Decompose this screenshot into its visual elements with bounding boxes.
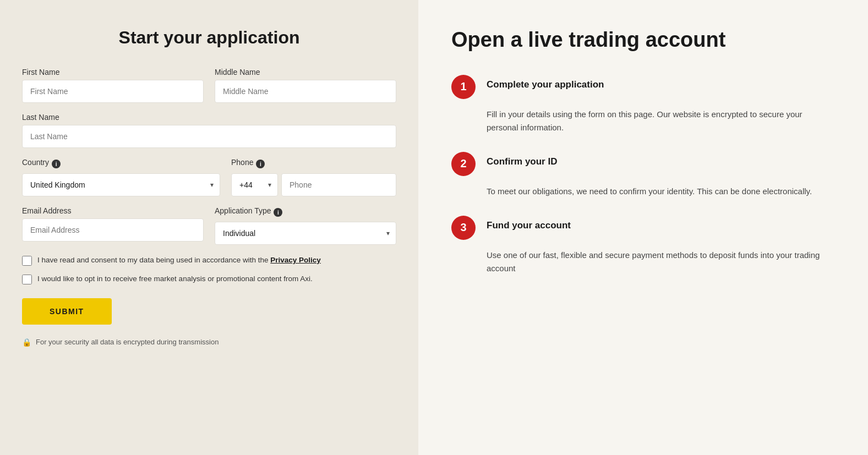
left-panel: Start your application First Name Middle… bbox=[0, 0, 418, 455]
app-type-group: Application Type i Individual Joint Corp… bbox=[215, 206, 396, 245]
last-name-row: Last Name bbox=[22, 113, 396, 148]
email-group: Email Address bbox=[22, 206, 204, 245]
optin-checkbox-item: I would like to opt in to receive free m… bbox=[22, 273, 396, 284]
privacy-policy-link[interactable]: Privacy Policy bbox=[270, 256, 321, 264]
optin-label: I would like to opt in to receive free m… bbox=[37, 273, 313, 284]
step-2-item: 2 Confirm your ID bbox=[451, 152, 835, 176]
phone-input[interactable] bbox=[281, 173, 396, 196]
name-row: First Name Middle Name bbox=[22, 68, 396, 103]
phone-label-row: Phone i bbox=[231, 158, 396, 170]
phone-inner: +44 +1 +61 +49 +33 ▾ bbox=[231, 173, 396, 196]
consent-checkbox-item: I have read and consent to my data being… bbox=[22, 255, 396, 266]
first-name-label: First Name bbox=[22, 68, 204, 76]
step-1-title: Complete your application bbox=[487, 75, 835, 90]
middle-name-input[interactable] bbox=[215, 80, 396, 103]
phone-code-wrapper: +44 +1 +61 +49 +33 ▾ bbox=[231, 173, 278, 196]
step-3-badge: 3 bbox=[451, 216, 476, 240]
middle-name-label: Middle Name bbox=[215, 68, 396, 76]
step-1-badge: 1 bbox=[451, 75, 476, 99]
first-name-group: First Name bbox=[22, 68, 204, 103]
country-label-row: Country i bbox=[22, 158, 220, 170]
right-panel: Open a live trading account 1 Complete y… bbox=[418, 0, 868, 455]
phone-group: Phone i +44 +1 +61 +49 +33 ▾ bbox=[231, 158, 396, 196]
security-text: For your security all data is encrypted … bbox=[36, 338, 219, 346]
email-apptype-row: Email Address Application Type i Individ… bbox=[22, 206, 396, 245]
country-group: Country i United Kingdom United States A… bbox=[22, 158, 220, 196]
right-panel-title: Open a live trading account bbox=[451, 28, 835, 53]
step-3-desc: Use one of our fast, flexible and secure… bbox=[451, 249, 835, 275]
last-name-group: Last Name bbox=[22, 113, 396, 148]
consent-checkbox[interactable] bbox=[22, 256, 32, 266]
country-label: Country bbox=[22, 158, 49, 167]
step-2-desc: To meet our obligations, we need to conf… bbox=[451, 185, 835, 198]
app-type-select-wrapper: Individual Joint Corporate ▾ bbox=[215, 222, 396, 245]
step-3-title: Fund your account bbox=[487, 216, 835, 231]
phone-label: Phone bbox=[231, 158, 253, 167]
first-name-input[interactable] bbox=[22, 80, 204, 103]
step-1-item: 1 Complete your application bbox=[451, 75, 835, 99]
app-type-label: Application Type bbox=[215, 206, 271, 215]
form-title: Start your application bbox=[22, 28, 396, 48]
country-select-wrapper: United Kingdom United States Australia C… bbox=[22, 173, 220, 196]
phone-code-select[interactable]: +44 +1 +61 +49 +33 bbox=[231, 173, 278, 196]
last-name-input[interactable] bbox=[22, 125, 396, 148]
step-2-content: Confirm your ID bbox=[487, 152, 835, 176]
phone-info-icon[interactable]: i bbox=[256, 160, 265, 168]
country-info-icon[interactable]: i bbox=[52, 160, 61, 168]
country-select[interactable]: United Kingdom United States Australia C… bbox=[22, 173, 220, 196]
app-type-select[interactable]: Individual Joint Corporate bbox=[215, 222, 396, 245]
step-1-content: Complete your application bbox=[487, 75, 835, 99]
security-note: 🔒 For your security all data is encrypte… bbox=[22, 338, 396, 347]
step-2-badge: 2 bbox=[451, 152, 476, 176]
app-type-info-icon[interactable]: i bbox=[274, 208, 282, 217]
consent-label: I have read and consent to my data being… bbox=[37, 255, 321, 266]
step-3-content: Fund your account bbox=[487, 216, 835, 240]
email-input[interactable] bbox=[22, 218, 204, 242]
middle-name-group: Middle Name bbox=[215, 68, 396, 103]
step-3-item: 3 Fund your account bbox=[451, 216, 835, 240]
submit-button[interactable]: SUBMIT bbox=[22, 298, 112, 325]
app-type-label-row: Application Type i bbox=[215, 206, 396, 218]
last-name-label: Last Name bbox=[22, 113, 396, 122]
checkbox-section: I have read and consent to my data being… bbox=[22, 255, 396, 285]
form-container: Start your application First Name Middle… bbox=[22, 28, 396, 347]
email-label: Email Address bbox=[22, 206, 204, 215]
step-1-desc: Fill in your details using the form on t… bbox=[451, 108, 835, 134]
optin-checkbox[interactable] bbox=[22, 275, 32, 284]
step-2-title: Confirm your ID bbox=[487, 152, 835, 167]
country-phone-row: Country i United Kingdom United States A… bbox=[22, 158, 396, 196]
lock-icon: 🔒 bbox=[22, 338, 31, 347]
